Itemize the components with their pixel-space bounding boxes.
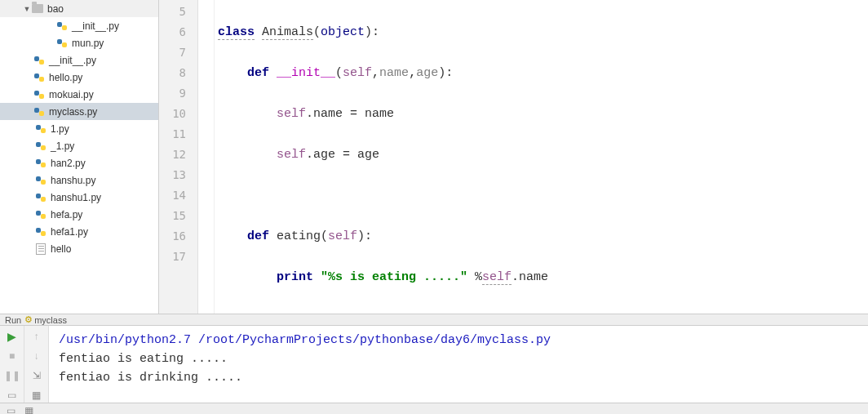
console-toolbar-secondary: ↑ ↓ ⇲ ▦ <box>24 326 49 403</box>
project-tree[interactable]: ▼ bao __init__.py mun.py __init__.py hel… <box>0 0 159 314</box>
tree-label: __init__.py <box>49 55 96 66</box>
tree-file-hello-py[interactable]: hello.py <box>0 69 158 86</box>
line-number: 14 <box>159 185 186 206</box>
code-line[interactable] <box>215 185 868 206</box>
tree-file-hefa[interactable]: hefa.py <box>0 206 158 223</box>
line-number: 11 <box>159 124 186 145</box>
code-editor[interactable]: 5 6 7 8 9 10 11 12 13 14 15 16 17 class … <box>159 0 868 314</box>
run-config-name: myclass <box>34 315 67 325</box>
tree-file-myclass[interactable]: myclass.py <box>0 103 158 120</box>
code-line[interactable]: self.name = name <box>215 104 868 124</box>
python-file-icon <box>34 174 47 187</box>
run-config-icon: ⚙ <box>24 314 33 325</box>
line-number: 6 <box>159 22 186 42</box>
python-file-icon <box>55 20 69 33</box>
python-file-icon <box>33 105 46 118</box>
tool-window-button[interactable]: ▭ <box>3 403 18 414</box>
folder-icon <box>31 2 44 16</box>
tree-label: __init__.py <box>72 20 119 32</box>
tree-file-init[interactable]: __init__.py <box>0 51 158 69</box>
python-file-icon <box>34 191 47 204</box>
tree-label: bao <box>47 3 64 15</box>
line-number: 12 <box>159 145 186 165</box>
tree-label: mun.py <box>72 38 104 49</box>
python-file-icon <box>33 88 46 101</box>
tree-file-init-pkg[interactable]: __init__.py <box>0 17 158 34</box>
line-number: 16 <box>159 226 186 247</box>
tree-label: hanshu.py <box>51 175 95 186</box>
text-file-icon <box>34 243 47 256</box>
line-number: 10 <box>159 104 186 124</box>
tree-label: han2.py <box>51 158 86 169</box>
line-number: 7 <box>159 42 186 63</box>
run-label: Run <box>5 315 21 325</box>
tree-label: _1.py <box>51 140 74 152</box>
export-button[interactable]: ⇲ <box>29 368 44 383</box>
tree-file-hanshu1[interactable]: hanshu1.py <box>0 189 158 206</box>
run-console: ▶ ■ ❚❚ ▭ ↑ ↓ ⇲ ▦ /usr/bin/python2.7 /roo… <box>0 326 868 403</box>
python-file-icon <box>34 122 47 136</box>
tree-folder-bao[interactable]: ▼ bao <box>0 0 158 17</box>
console-output[interactable]: /usr/bin/python2.7 /root/PycharmProjects… <box>49 326 868 403</box>
tree-file-1[interactable]: 1.py <box>0 120 158 137</box>
layout-button[interactable]: ▭ <box>5 388 20 403</box>
status-bar: ▭ ▦ <box>0 403 868 414</box>
tree-label: hefa.py <box>51 209 82 220</box>
python-file-icon <box>34 140 47 153</box>
tree-label: hanshu1.py <box>51 192 101 203</box>
filter-button[interactable]: ▦ <box>29 388 44 403</box>
line-number: 17 <box>159 247 186 267</box>
console-output-line: fentiao is drinking ..... <box>59 368 858 387</box>
line-number: 5 <box>159 2 186 22</box>
code-line[interactable]: print "%s is eating ....." %self.name <box>215 267 868 287</box>
tree-label: hello.py <box>49 72 82 83</box>
line-number: 8 <box>159 63 186 83</box>
python-file-icon <box>33 71 46 84</box>
code-line[interactable]: def eating(self): <box>215 226 868 247</box>
line-number-gutter: 5 6 7 8 9 10 11 12 13 14 15 16 17 <box>159 0 198 314</box>
tree-file-hanshu[interactable]: hanshu.py <box>0 171 158 189</box>
python-file-icon <box>34 208 47 221</box>
tree-file-mokuai[interactable]: mokuai.py <box>0 86 158 103</box>
rerun-button[interactable]: ▶ <box>5 329 20 344</box>
up-button[interactable]: ↑ <box>29 329 44 344</box>
code-line[interactable]: class Animals(object): <box>215 22 868 42</box>
python-file-icon <box>33 54 46 67</box>
code-line[interactable]: self.age = age <box>215 145 868 165</box>
pause-button[interactable]: ❚❚ <box>5 368 20 383</box>
console-output-line: fentiao is eating ..... <box>59 349 858 368</box>
tree-label: mokuai.py <box>49 89 94 100</box>
tree-file-underscore1[interactable]: _1.py <box>0 137 158 154</box>
code-area[interactable]: class Animals(object): def __init__(self… <box>215 0 868 314</box>
python-file-icon <box>55 37 69 50</box>
code-line[interactable]: def __init__(self,name,age): <box>215 63 868 83</box>
tree-label: hefa1.py <box>51 226 88 238</box>
console-toolbar-left: ▶ ■ ❚❚ ▭ <box>0 326 24 403</box>
line-number: 13 <box>159 165 186 185</box>
tree-label: hello <box>51 243 71 255</box>
expand-arrow-icon[interactable]: ▼ <box>23 5 31 13</box>
tree-file-hefa1[interactable]: hefa1.py <box>0 223 158 240</box>
line-number: 9 <box>159 83 186 104</box>
code-line[interactable] <box>215 308 868 314</box>
tree-file-han2[interactable]: han2.py <box>0 154 158 171</box>
run-tool-window-header[interactable]: Run ⚙ myclass <box>0 314 868 326</box>
line-number: 15 <box>159 206 186 226</box>
tool-window-button[interactable]: ▦ <box>21 403 36 414</box>
python-file-icon <box>34 225 47 238</box>
python-file-icon <box>34 157 47 170</box>
down-button[interactable]: ↓ <box>29 349 44 363</box>
tree-file-hello-txt[interactable]: hello <box>0 240 158 257</box>
tree-file-mun[interactable]: mun.py <box>0 34 158 51</box>
stop-button[interactable]: ■ <box>5 349 20 363</box>
console-command-line: /usr/bin/python2.7 /root/PycharmProjects… <box>59 331 858 349</box>
tree-label: myclass.py <box>49 106 97 118</box>
tree-label: 1.py <box>51 123 69 135</box>
marker-column <box>198 0 215 314</box>
